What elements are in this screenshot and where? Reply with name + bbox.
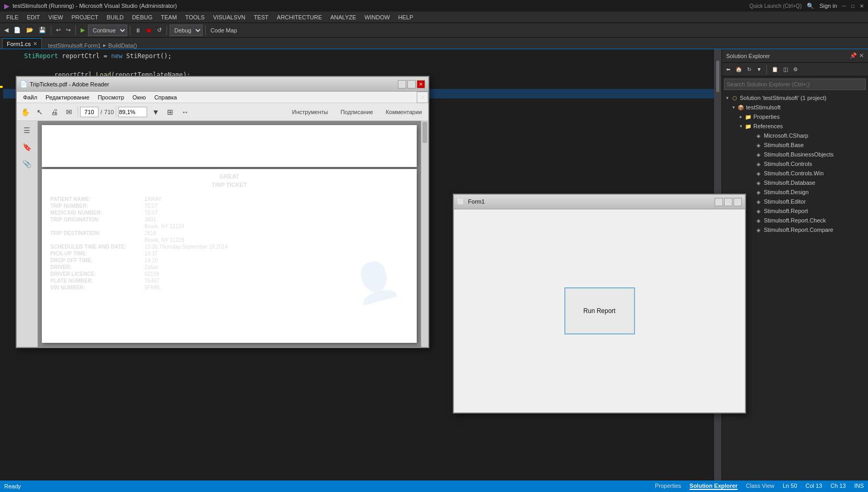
tree-ref-csharp[interactable]: ◈ Microsoft.CSharp: [722, 131, 868, 140]
tree-ref-database[interactable]: ◈ Stimulsoft.Database: [722, 178, 868, 187]
scrollbar-thumb[interactable]: [716, 61, 719, 92]
adobe-menu-edit[interactable]: Редактирование: [41, 93, 94, 102]
minimize-btn[interactable]: ─: [842, 3, 846, 9]
adobe-menu-view[interactable]: Просмотр: [94, 93, 128, 102]
menu-view[interactable]: VIEW: [44, 13, 67, 21]
se-search-input[interactable]: [724, 79, 866, 90]
toolbar-pause[interactable]: ⏸: [133, 25, 143, 36]
tab-close-btn[interactable]: ✕: [33, 41, 37, 47]
adobe-btn-fit-width[interactable]: ↔: [179, 106, 191, 118]
menu-debug[interactable]: DEBUG: [128, 13, 157, 21]
sign-in-label[interactable]: Sign in: [819, 3, 837, 9]
tree-references[interactable]: ▾ 📁 References: [722, 121, 868, 131]
adobe-side-btn-pages[interactable]: ☰: [20, 123, 35, 138]
se-btn-props[interactable]: 📋: [770, 64, 780, 75]
toolbar-new[interactable]: 📄: [12, 25, 23, 36]
menu-help[interactable]: HELP: [394, 13, 418, 21]
se-btn-filter[interactable]: ▼: [754, 64, 764, 75]
toolbar-stop[interactable]: ⏹: [144, 25, 154, 36]
tree-ref-bizobj[interactable]: ◈ Stimulsoft.BusinessObjects: [722, 150, 868, 159]
bottom-tab-properties[interactable]: Properties: [655, 483, 681, 490]
toolbar-open[interactable]: 📂: [24, 25, 36, 36]
tree-ref-controls[interactable]: ◈ Stimulsoft.Controls: [722, 159, 868, 169]
se-btn-settings[interactable]: ⚙: [791, 64, 800, 75]
menu-analyze[interactable]: ANALYZE: [326, 13, 360, 21]
solution-icon: ⬡: [730, 94, 739, 102]
se-pin-icon[interactable]: 📌: [850, 52, 857, 59]
se-btn-refresh[interactable]: ↻: [745, 64, 753, 75]
properties-label: Properties: [753, 114, 780, 120]
toolbar: ◀ 📄 📂 💾 ↩ ↪ ▶ Continue ⏸ ⏹ ↺ Debug Code …: [0, 23, 868, 38]
adobe-side-btn-attachments[interactable]: 📎: [20, 156, 35, 171]
adobe-tab-comments[interactable]: Комментарии: [382, 108, 426, 116]
se-btn-home[interactable]: 🏠: [733, 64, 744, 75]
adobe-btn-email[interactable]: ✉: [63, 106, 75, 118]
status-right: Properties Solution Explorer Class View …: [655, 483, 864, 490]
adobe-zoom-input[interactable]: [118, 107, 147, 117]
menu-test[interactable]: TEST: [250, 13, 273, 21]
menu-edit[interactable]: EDIT: [23, 13, 44, 21]
adobe-btn-zoom-dropdown[interactable]: ▼: [149, 106, 162, 118]
adobe-menu-file[interactable]: Файл: [19, 93, 41, 102]
menu-window[interactable]: WINDOW: [360, 13, 394, 21]
close-btn[interactable]: ✕: [860, 3, 864, 9]
toolbar-continue[interactable]: Continue: [88, 25, 127, 36]
adobe-panel-close[interactable]: ✕: [417, 92, 428, 103]
search-icon[interactable]: 🔍: [807, 3, 814, 9]
form1-minimize-btn[interactable]: ─: [715, 198, 723, 206]
menu-build[interactable]: BUILD: [103, 13, 128, 21]
toolbar-restart[interactable]: ↺: [155, 25, 164, 36]
adobe-minimize-btn[interactable]: ─: [398, 80, 406, 88]
pdf-field-0: PATIENT NAME: ZARAY: [50, 196, 408, 202]
tree-ref-base[interactable]: ◈ Stimulsoft.Base: [722, 140, 868, 150]
tab-bar: Form1.cs ✕ testStimulsoft.Form1 ▸ BuildD…: [0, 38, 868, 49]
tab-form1cs[interactable]: Form1.cs ✕: [2, 38, 42, 49]
run-report-button[interactable]: Run Report: [564, 287, 635, 334]
bottom-tab-class-view[interactable]: Class View: [746, 483, 774, 490]
adobe-btn-select[interactable]: ↖: [34, 106, 46, 118]
adobe-btn-print[interactable]: 🖨: [48, 106, 61, 118]
adobe-restore-btn[interactable]: □: [407, 80, 416, 88]
adobe-side-btn-bookmarks[interactable]: 🔖: [20, 140, 35, 154]
se-header: Solution Explorer 📌 ✕: [722, 49, 868, 63]
toolbar-back[interactable]: ◀: [2, 25, 10, 36]
tree-properties[interactable]: ▸ 📁 Properties: [722, 112, 868, 121]
adobe-content-area: ☰ 🔖 📎 GREAT TRIP TICKET PATIENT NAME: ZA…: [17, 121, 428, 347]
adobe-menu-window[interactable]: Окно: [128, 93, 150, 102]
toolbar-play[interactable]: ▶: [79, 25, 87, 36]
adobe-page-input[interactable]: [80, 107, 98, 117]
adobe-tab-tools[interactable]: Инструменты: [288, 108, 332, 116]
se-header-btns: 📌 ✕: [850, 52, 864, 59]
tree-solution[interactable]: ▾ ⬡ Solution 'testStimulsoft' (1 project…: [722, 93, 868, 103]
menu-tools[interactable]: TOOLS: [181, 13, 209, 21]
tree-ref-controls-win[interactable]: ◈ Stimulsoft.Controls.Win: [722, 169, 868, 178]
adobe-scroll-thumb[interactable]: [422, 122, 427, 143]
tree-project[interactable]: ▾ 📦 testStimulsoft: [722, 103, 868, 112]
toolbar-redo[interactable]: ↪: [64, 25, 73, 36]
restore-btn[interactable]: □: [851, 3, 854, 9]
menu-file[interactable]: FILE: [2, 13, 23, 21]
adobe-scrollbar[interactable]: [421, 121, 428, 347]
adobe-btn-hand[interactable]: ✋: [19, 106, 31, 118]
menu-team[interactable]: TEAM: [157, 13, 181, 21]
menu-architecture[interactable]: ARCHITECTURE: [273, 13, 326, 21]
menu-project[interactable]: PROJECT: [67, 13, 102, 21]
se-close-icon[interactable]: ✕: [859, 52, 864, 59]
adobe-btn-fit-page[interactable]: ⊞: [164, 106, 176, 118]
menu-bar: FILE EDIT VIEW PROJECT BUILD DEBUG TEAM …: [0, 12, 868, 23]
adobe-close-btn[interactable]: ✕: [417, 80, 425, 88]
adobe-menu-help[interactable]: Справка: [150, 93, 181, 102]
toolbar-debug-mode[interactable]: Debug: [170, 25, 203, 36]
adobe-tab-sign[interactable]: Подписание: [336, 108, 377, 116]
ref-base-label: Stimulsoft.Base: [764, 142, 804, 148]
toolbar-codemap[interactable]: Code Map: [208, 25, 239, 36]
menu-visualsvn[interactable]: VISUALSVN: [209, 13, 250, 21]
bottom-tab-solution-explorer[interactable]: Solution Explorer: [689, 483, 738, 490]
form1-close-btn[interactable]: ✕: [733, 198, 742, 206]
toolbar-undo[interactable]: ↩: [54, 25, 63, 36]
form1-restore-btn[interactable]: □: [724, 198, 732, 206]
se-btn-collapse[interactable]: ◫: [781, 64, 790, 75]
se-btn-1[interactable]: ⬅: [724, 64, 732, 75]
toolbar-save[interactable]: 💾: [37, 25, 48, 36]
pdf-field-7: SCHEDULED TIME AND DATE: 13:30,Thursday,…: [50, 244, 408, 250]
